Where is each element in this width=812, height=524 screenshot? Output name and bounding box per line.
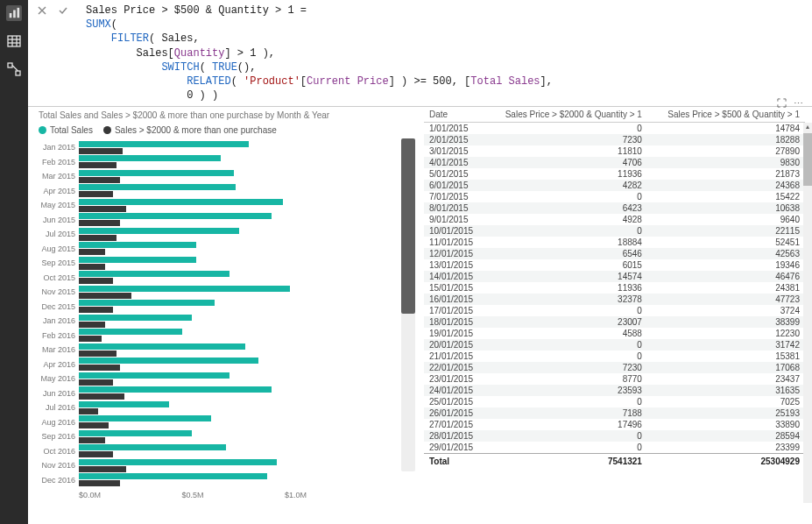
table-row[interactable]: 3/01/20151181027890 (424, 145, 805, 157)
bar-total-sales[interactable] (79, 271, 229, 277)
bar-total-sales[interactable] (79, 358, 258, 364)
table-row[interactable]: 20/01/2015031742 (424, 339, 805, 351)
data-view-icon[interactable] (6, 33, 22, 49)
dax-formula-editor[interactable]: Sales Price > $500 & Quantity > 1 =SUMX(… (79, 0, 560, 106)
table-row[interactable]: 11/01/20151888452451 (424, 237, 805, 248)
table-row[interactable]: 15/01/20151193624381 (424, 282, 805, 294)
table-row[interactable]: 1/01/2015014784 (424, 123, 805, 135)
bar-total-sales[interactable] (79, 459, 277, 465)
table-row[interactable]: 12/01/2015654642563 (424, 248, 805, 259)
table-row[interactable]: 26/01/2015718825193 (424, 407, 805, 419)
bar-total-sales[interactable] (79, 141, 249, 147)
bar-chart-visual[interactable]: Total Sales and Sales > $2000 & more tha… (28, 103, 420, 524)
bar-filtered-sales[interactable] (79, 220, 120, 226)
bar-filtered-sales[interactable] (79, 293, 131, 299)
bar-filtered-sales[interactable] (79, 322, 105, 328)
report-view-icon[interactable] (6, 5, 22, 21)
table-row[interactable]: 9/01/201549289640 (424, 214, 805, 225)
bar-total-sales[interactable] (79, 329, 182, 335)
bar-total-sales[interactable] (79, 315, 192, 321)
table-row[interactable]: 7/01/2015015422 (424, 191, 805, 202)
more-options-icon[interactable]: ⋯ (794, 98, 803, 110)
bar-filtered-sales[interactable] (79, 365, 120, 371)
bar-filtered-sales[interactable] (79, 480, 120, 486)
bar-total-sales[interactable] (79, 228, 239, 234)
table-row[interactable]: 23/01/2015877023437 (424, 373, 805, 385)
category-label: Jun 2016 (37, 389, 79, 398)
table-row[interactable]: 2/01/2015723018288 (424, 134, 805, 145)
bar-total-sales[interactable] (79, 386, 272, 393)
bar-total-sales[interactable] (79, 444, 226, 450)
bar-filtered-sales[interactable] (79, 249, 105, 255)
cell-value: 11936 (484, 282, 647, 294)
category-label: Jan 2016 (37, 316, 79, 325)
bar-filtered-sales[interactable] (79, 162, 117, 168)
table-row[interactable]: 21/01/2015015381 (424, 351, 805, 362)
table-row[interactable]: 8/01/2015642310638 (424, 202, 805, 214)
bar-filtered-sales[interactable] (79, 451, 113, 457)
table-scroll-thumb[interactable] (803, 133, 812, 186)
table-row[interactable]: 16/01/20153237847723 (424, 294, 805, 305)
bar-total-sales[interactable] (79, 257, 196, 263)
table-row[interactable]: 29/01/2015023399 (424, 442, 805, 454)
table-row[interactable]: 10/01/2015022115 (424, 225, 805, 237)
col-header-date[interactable]: Date (424, 107, 484, 123)
bar-total-sales[interactable] (79, 199, 283, 205)
bar-filtered-sales[interactable] (79, 148, 123, 154)
table-row[interactable]: 4/01/201547069830 (424, 157, 805, 168)
bar-filtered-sales[interactable] (79, 422, 109, 428)
bar-total-sales[interactable] (79, 242, 196, 248)
bar-filtered-sales[interactable] (79, 235, 117, 241)
table-row[interactable]: 22/01/2015723017068 (424, 362, 805, 373)
bar-filtered-sales[interactable] (79, 307, 113, 313)
cell-value: 0 (484, 442, 647, 454)
bar-total-sales[interactable] (79, 343, 245, 350)
model-view-icon[interactable] (6, 61, 22, 77)
bar-filtered-sales[interactable] (79, 379, 113, 386)
bar-filtered-sales[interactable] (79, 351, 117, 357)
chart-scroll-thumb[interactable] (401, 138, 415, 314)
chart-row: Feb 2015 (37, 155, 415, 170)
bar-total-sales[interactable] (79, 401, 169, 407)
bar-filtered-sales[interactable] (79, 437, 105, 443)
table-visual[interactable]: ⋯ Date Sales Price > $2000 & Quantity > … (420, 103, 812, 524)
bar-filtered-sales[interactable] (79, 408, 98, 414)
table-row[interactable]: 17/01/201503724 (424, 305, 805, 316)
bar-filtered-sales[interactable] (79, 177, 120, 183)
bar-filtered-sales[interactable] (79, 278, 113, 284)
table-row[interactable]: 28/01/2015028594 (424, 430, 805, 442)
table-row[interactable]: 18/01/20152300738399 (424, 316, 805, 328)
commit-formula-icon[interactable] (58, 5, 70, 18)
table-row[interactable]: 14/01/20151457446476 (424, 271, 805, 282)
chart-scrollbar[interactable] (401, 138, 415, 471)
bar-filtered-sales[interactable] (79, 393, 124, 400)
cell-value: 31742 (647, 339, 805, 351)
bar-total-sales[interactable] (79, 430, 192, 436)
bar-total-sales[interactable] (79, 184, 236, 190)
scroll-up-icon[interactable]: ▴ (803, 123, 812, 131)
bar-filtered-sales[interactable] (79, 466, 126, 472)
bar-total-sales[interactable] (79, 300, 215, 306)
table-row[interactable]: 25/01/201507025 (424, 396, 805, 407)
table-row[interactable]: 13/01/2015601519346 (424, 259, 805, 271)
bar-total-sales[interactable] (79, 415, 211, 421)
table-row[interactable]: 6/01/2015428224368 (424, 180, 805, 191)
bar-filtered-sales[interactable] (79, 336, 102, 342)
table-row[interactable]: 24/01/20152359331635 (424, 385, 805, 396)
bar-filtered-sales[interactable] (79, 206, 126, 212)
bar-total-sales[interactable] (79, 372, 229, 379)
bar-total-sales[interactable] (79, 473, 267, 479)
bar-total-sales[interactable] (79, 155, 221, 161)
table-row[interactable]: 19/01/2015458812230 (424, 328, 805, 339)
bar-total-sales[interactable] (79, 213, 272, 219)
col-header-measure-2000[interactable]: Sales Price > $2000 & Quantity > 1 (484, 107, 647, 123)
bar-total-sales[interactable] (79, 170, 234, 176)
bar-filtered-sales[interactable] (79, 264, 105, 270)
bar-filtered-sales[interactable] (79, 191, 113, 197)
table-row[interactable]: 27/01/20151749633890 (424, 419, 805, 430)
bar-total-sales[interactable] (79, 286, 290, 292)
table-scrollbar[interactable]: ▴ (803, 123, 812, 503)
table-row[interactable]: 5/01/20151193621873 (424, 168, 805, 180)
focus-mode-icon[interactable] (777, 98, 787, 110)
cancel-formula-icon[interactable] (37, 5, 49, 18)
